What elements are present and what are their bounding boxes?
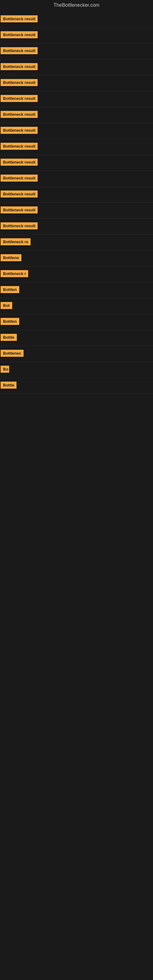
bottleneck-label[interactable]: Bottlen	[1, 286, 19, 293]
bottleneck-label[interactable]: Bottleneck result	[1, 31, 38, 38]
bottleneck-label[interactable]: Bottle	[1, 382, 16, 389]
result-row: Bottle	[0, 378, 153, 394]
results-list: Bottleneck resultBottleneck resultBottle…	[0, 12, 153, 394]
result-row: Bottleneck result	[0, 107, 153, 123]
result-row: Bot	[0, 298, 153, 314]
result-row: Bottleneck result	[0, 75, 153, 91]
bottleneck-label[interactable]: Bo	[1, 366, 9, 373]
bottleneck-label[interactable]: Bot	[1, 302, 12, 309]
result-row: Bottlenec	[0, 346, 153, 362]
bottleneck-label[interactable]: Bottle	[1, 334, 17, 341]
bottleneck-label[interactable]: Bottleneck result	[1, 191, 38, 197]
bottleneck-label[interactable]: Bottlene	[1, 254, 21, 261]
result-row: Bottlen	[0, 314, 153, 330]
result-row: Bottleneck result	[0, 139, 153, 155]
result-row: Bottleneck result	[0, 91, 153, 107]
bottleneck-label[interactable]: Bottleneck result	[1, 15, 38, 22]
result-row: Bottleneck result	[0, 219, 153, 235]
result-row: Bottleneck re	[0, 235, 153, 250]
bottleneck-label[interactable]: Bottlen	[1, 318, 19, 325]
result-row: Bottleneck result	[0, 203, 153, 219]
bottleneck-label[interactable]: Bottleneck result	[1, 47, 38, 54]
bottleneck-label[interactable]: Bottleneck result	[1, 95, 38, 102]
result-row: Bottleneck result	[0, 43, 153, 59]
bottleneck-label[interactable]: Bottleneck result	[1, 159, 38, 166]
bottleneck-label[interactable]: Bottleneck result	[1, 175, 38, 181]
result-row: Bottleneck r	[0, 266, 153, 282]
bottleneck-label[interactable]: Bottleneck result	[1, 143, 38, 150]
result-row: Bottlen	[0, 282, 153, 298]
result-row: Bottleneck result	[0, 187, 153, 203]
result-row: Bottlene	[0, 250, 153, 266]
bottleneck-label[interactable]: Bottlenec	[1, 350, 24, 357]
result-row: Bo	[0, 362, 153, 378]
result-row: Bottleneck result	[0, 171, 153, 187]
site-title: TheBottlenecker.com	[0, 0, 153, 12]
result-row: Bottleneck result	[0, 155, 153, 171]
bottleneck-label[interactable]: Bottleneck result	[1, 111, 38, 118]
result-row: Bottleneck result	[0, 12, 153, 27]
bottleneck-label[interactable]: Bottleneck result	[1, 222, 38, 229]
result-row: Bottleneck result	[0, 123, 153, 139]
bottleneck-label[interactable]: Bottleneck result	[1, 207, 38, 213]
result-row: Bottleneck result	[0, 27, 153, 43]
bottleneck-label[interactable]: Bottleneck r	[1, 270, 28, 277]
bottleneck-label[interactable]: Bottleneck result	[1, 79, 38, 86]
bottleneck-label[interactable]: Bottleneck result	[1, 63, 38, 70]
bottleneck-label[interactable]: Bottleneck re	[1, 238, 30, 245]
result-row: Bottleneck result	[0, 59, 153, 75]
result-row: Bottle	[0, 330, 153, 346]
bottleneck-label[interactable]: Bottleneck result	[1, 127, 38, 134]
